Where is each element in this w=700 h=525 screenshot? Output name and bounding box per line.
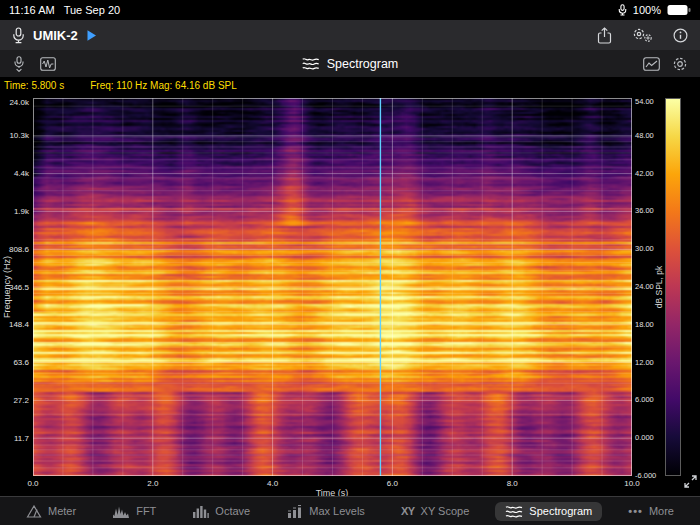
colorbar-tick-label: 18.00 [635,321,654,329]
audio-analyzer-app: 11:16 AM Tue Sep 20 100% UMIK-2 [0,0,700,525]
microphone-icon [12,27,25,44]
spectrogram-canvas[interactable] [33,98,632,476]
x-tick-label: 6.0 [387,479,398,488]
y-tick-label: 11.7 [0,434,29,443]
info-button[interactable] [673,28,688,43]
play-button[interactable] [86,29,97,42]
y-tick-label: 808.6 [0,245,29,254]
tab-more[interactable]: ••• More [618,502,684,520]
y-tick-label: 24.0k [0,98,29,107]
colorbar-tick-label: 12.00 [635,359,654,367]
spectrogram-icon [302,57,320,70]
waveform-capture-button[interactable] [40,57,56,71]
tab-max-levels[interactable]: Max Levels [276,501,375,521]
tab-fft[interactable]: FFT [102,502,166,521]
colorbar-tick-label: 36.00 [635,207,654,215]
y-tick-label: 10.3k [0,131,29,140]
x-tick-label: 10.0 [624,479,640,488]
tab-xy-scope[interactable]: XY XY Scope [391,502,479,520]
colorbar-tick-label: 24.00 [635,283,654,291]
tab-label: Octave [215,505,250,517]
tab-label: Meter [48,505,76,517]
device-name: UMIK-2 [33,28,78,43]
ios-status-bar: 11:16 AM Tue Sep 20 100% [0,0,700,20]
fft-icon [112,505,130,518]
main-toolbar: UMIK-2 [0,20,700,50]
cursor-freq-mag-readout: Freq: 110 Hz Mag: 64.16 dB SPL [90,80,237,91]
battery-percent: 100% [633,4,661,16]
colorbar-tick-label: 48.00 [635,132,654,140]
tab-label: XY Scope [421,505,470,517]
cursor-time-readout: Time: 5.800 s [4,80,64,91]
colorbar-tick-label: 42.00 [635,170,654,178]
tab-octave[interactable]: Octave [182,502,260,521]
tab-label: More [649,505,674,517]
module-toolbar: Spectrogram [0,50,700,78]
input-device-control[interactable]: UMIK-2 [12,27,97,44]
status-date: Tue Sep 20 [64,4,120,16]
expand-icon[interactable] [683,474,698,489]
tab-meter[interactable]: Meter [16,502,86,521]
colorbar-tick-label: 30.00 [635,245,654,253]
module-tab-bar: Meter FFT Octave Max [0,496,700,525]
y-tick-label: 27.2 [0,396,29,405]
module-title-group: Spectrogram [302,57,399,71]
octave-bars-icon [192,505,209,518]
battery-icon [667,4,691,16]
colorbar-tick-label: 0.000 [635,434,654,442]
colorbar [665,98,681,476]
colorbar-tick-label: 54.00 [635,98,654,106]
app-settings-button[interactable] [632,27,653,43]
x-tick-label: 0.0 [27,479,38,488]
meter-icon [26,505,42,518]
spectrogram-tab-icon [505,505,523,518]
share-button[interactable] [597,27,612,44]
xy-scope-icon: XY [401,505,415,517]
colorbar-tick-label: 6.000 [635,396,654,404]
colorbar-axis-label: dB SPL, pk [654,266,664,309]
tab-label: FFT [136,505,156,517]
y-tick-label: 148.4 [0,320,29,329]
cursor-readout-bar: Time: 5.800 s Freq: 110 Hz Mag: 64.16 dB… [0,78,700,93]
y-tick-label: 1.9k [0,207,29,216]
tab-spectrogram[interactable]: Spectrogram [495,502,602,521]
colorbar-tick-label: -6.000 [635,472,656,480]
max-levels-icon [286,504,303,518]
plot-settings-button[interactable] [672,56,688,72]
spectrogram-panel: Frequency (Hz) dB SPL, pk Time (s) 24.0k… [0,93,700,497]
y-tick-label: 346.5 [0,283,29,292]
x-tick-label: 4.0 [267,479,278,488]
x-tick-label: 2.0 [147,479,158,488]
mic-select-button[interactable] [12,56,26,72]
x-tick-label: 8.0 [507,479,518,488]
y-tick-label: 63.6 [0,358,29,367]
y-tick-label: 4.4k [0,169,29,178]
mic-in-use-icon [618,4,627,16]
more-icon: ••• [628,505,643,517]
page-title: Spectrogram [327,57,399,71]
status-time: 11:16 AM [9,4,55,16]
tab-label: Max Levels [309,505,365,517]
chart-overlay-button[interactable] [643,57,660,71]
tab-label: Spectrogram [529,505,592,517]
